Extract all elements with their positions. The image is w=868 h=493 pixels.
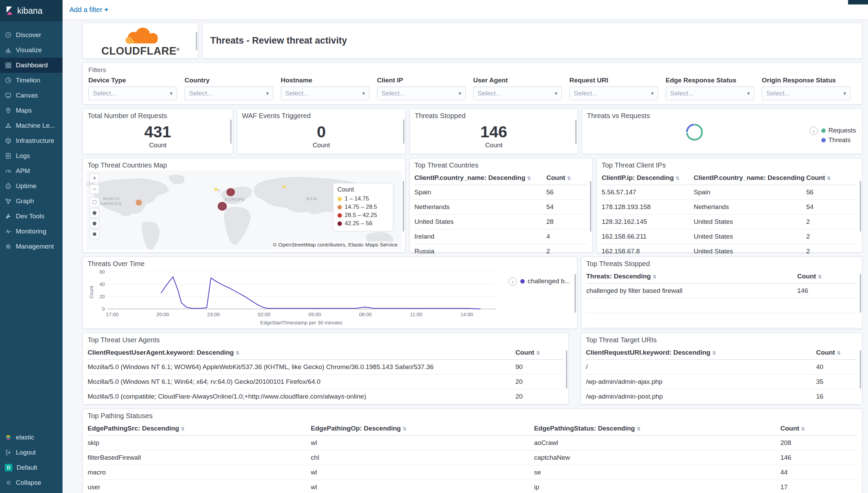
sidebar-item-machine-le[interactable]: Machine Le... bbox=[0, 118, 63, 133]
chart-legend: › Requests Threats bbox=[810, 127, 856, 144]
column-header[interactable]: ClientRequestURI.keyword: Descending⇅ bbox=[586, 346, 816, 360]
column-header[interactable]: EdgePathingSrc: Descending⇅ bbox=[88, 422, 311, 436]
cell: wl bbox=[311, 480, 534, 493]
cell: chl bbox=[311, 450, 534, 465]
table-row: Ireland4 bbox=[414, 229, 588, 244]
cell: 16 bbox=[816, 389, 857, 404]
column-header[interactable]: ClientIP.country_name: Descending⇅ bbox=[414, 171, 546, 185]
device-type-select[interactable]: Select...▾ bbox=[88, 87, 177, 100]
client-ip-select[interactable]: Select...▾ bbox=[377, 87, 466, 100]
table-header-row: ClientIP.ip: Descending⇅ClientIP.country… bbox=[602, 171, 857, 185]
sidebar-item-label: Graph bbox=[16, 197, 34, 205]
sidebar-item-infrastructure[interactable]: Infrastructure bbox=[0, 133, 63, 148]
column-header[interactable]: Count⇅ bbox=[515, 346, 564, 360]
panel-scrollbar[interactable] bbox=[566, 350, 567, 389]
country-select[interactable]: Select...▾ bbox=[185, 87, 273, 100]
map-attribution[interactable]: © OpenStreetMap contributors, Elastic Ma… bbox=[271, 241, 399, 248]
sidebar-item-maps[interactable]: Maps bbox=[0, 103, 63, 118]
sidebar-item-timelion[interactable]: Timelion bbox=[0, 73, 63, 88]
draw-rect-tool-icon[interactable] bbox=[90, 229, 99, 239]
table-row: Mozilla/5.0 (compatible; MSIE 9.0; Windo… bbox=[88, 404, 564, 405]
add-filter-button[interactable]: Add a filter + bbox=[69, 6, 108, 14]
sort-icon: ⇅ bbox=[801, 426, 805, 432]
panel-scrollbar[interactable] bbox=[403, 181, 404, 232]
sidebar-item-management[interactable]: Management bbox=[0, 239, 63, 254]
sidebar-item-uptime[interactable]: Uptime bbox=[0, 179, 63, 194]
panel-scrollbar[interactable] bbox=[196, 32, 197, 51]
sidebar-item-collapse[interactable]: Collapse bbox=[0, 475, 63, 490]
table-row: United States28 bbox=[414, 215, 588, 229]
map-legend: Count 1 – 14.7514.75 – 28.528.5 – 42.254… bbox=[333, 183, 393, 231]
cell: 54 bbox=[806, 200, 857, 215]
panel-title: Top Threat Countries bbox=[410, 158, 592, 171]
sidebar-item-apm[interactable]: APM bbox=[0, 163, 63, 179]
sidebar-item-dashboard[interactable]: Dashboard bbox=[0, 58, 63, 73]
map-bubble[interactable] bbox=[283, 185, 286, 188]
hostname-select[interactable]: Select...▾ bbox=[281, 87, 369, 100]
column-header[interactable]: Count⇅ bbox=[806, 171, 857, 185]
svg-text:08:00: 08:00 bbox=[359, 312, 372, 317]
panel-scrollbar[interactable] bbox=[575, 119, 577, 144]
panel-scrollbar[interactable] bbox=[860, 350, 861, 389]
column-header[interactable]: Count⇅ bbox=[780, 422, 857, 436]
sidebar-item-discover[interactable]: Discover bbox=[0, 27, 63, 43]
svg-text:17:00: 17:00 bbox=[106, 312, 119, 317]
map-bubble[interactable] bbox=[227, 188, 234, 196]
request-uri-select[interactable]: Select...▾ bbox=[569, 87, 658, 100]
infrastructure-icon bbox=[5, 137, 12, 144]
panel-scrollbar[interactable] bbox=[230, 119, 232, 144]
edge-response-status-select[interactable]: Select...▾ bbox=[666, 87, 754, 100]
column-header[interactable]: ClientIP.country_name: Descending⇅ bbox=[694, 171, 806, 185]
legend-item-threats[interactable]: Threats bbox=[821, 136, 856, 144]
panel-scrollbar[interactable] bbox=[590, 181, 591, 232]
sidebar-item-elastic[interactable]: elastic bbox=[0, 430, 63, 445]
map-bubble[interactable] bbox=[136, 200, 142, 205]
map-legend-item: 1 – 14.75 bbox=[337, 195, 389, 202]
column-header[interactable]: Count⇅ bbox=[816, 346, 857, 360]
draw-polygon-tool-icon[interactable] bbox=[90, 208, 99, 218]
sidebar-item-monitoring[interactable]: Monitoring bbox=[0, 224, 63, 239]
panel-scrollbar[interactable] bbox=[860, 181, 861, 232]
zoom-out-button[interactable]: − bbox=[90, 184, 99, 194]
cell: 90 bbox=[515, 360, 564, 375]
threats-vs-requests-panel: Threats vs Requests › Requests Threats bbox=[582, 108, 863, 154]
sidebar-item-default[interactable]: DDefault bbox=[0, 460, 63, 475]
chevron-down-icon: ▾ bbox=[555, 90, 557, 96]
column-header[interactable]: EdgePathingStatus: Descending⇅ bbox=[534, 422, 780, 436]
legend-toggle-icon[interactable]: › bbox=[509, 277, 517, 286]
draw-circle-tool-icon[interactable] bbox=[90, 219, 99, 228]
sidebar-item-visualize[interactable]: Visualize bbox=[0, 43, 63, 58]
panel-scrollbar[interactable] bbox=[860, 274, 861, 313]
draw-bounds-tool-icon[interactable] bbox=[90, 197, 99, 207]
sidebar-item-graph[interactable]: Graph bbox=[0, 194, 63, 209]
map-bubble[interactable] bbox=[214, 188, 217, 191]
user-agent-select[interactable]: Select...▾ bbox=[473, 87, 562, 100]
panel-scrollbar[interactable] bbox=[403, 119, 404, 144]
column-header[interactable]: ClientRequestUserAgent.keyword: Descendi… bbox=[88, 346, 515, 360]
column-header[interactable]: Count⇅ bbox=[546, 171, 588, 185]
map-bubble[interactable] bbox=[218, 202, 226, 210]
sort-icon: ⇅ bbox=[527, 175, 531, 181]
column-header[interactable]: ClientIP.ip: Descending⇅ bbox=[602, 171, 694, 185]
column-header[interactable]: EdgePathingOp: Descending⇅ bbox=[311, 422, 534, 436]
legend-item-challenged[interactable]: challenged b... bbox=[520, 277, 570, 285]
svg-text:02:00: 02:00 bbox=[258, 312, 270, 317]
sidebar-item-dev-tools[interactable]: Dev Tools bbox=[0, 209, 63, 224]
column-header[interactable]: Threats: Descending⇅ bbox=[586, 270, 797, 284]
panel-scrollbar[interactable] bbox=[575, 274, 576, 313]
column-header[interactable]: Count⇅ bbox=[797, 270, 857, 284]
management-icon bbox=[5, 243, 12, 250]
origin-response-status-select[interactable]: Select...▾ bbox=[762, 87, 850, 100]
metric-unit: Count bbox=[313, 141, 330, 149]
zoom-in-button[interactable]: + bbox=[90, 173, 99, 183]
sidebar-item-canvas[interactable]: Canvas bbox=[0, 88, 63, 103]
discover-icon bbox=[5, 32, 12, 38]
legend-toggle-icon[interactable]: › bbox=[810, 127, 818, 135]
legend-item-requests[interactable]: Requests bbox=[821, 127, 856, 134]
chart-legend: › challenged b... bbox=[509, 277, 570, 286]
world-map[interactable]: NORTH AMERICA EUROPE ASIA + − bbox=[86, 171, 402, 250]
cell: captchaNew bbox=[534, 450, 780, 465]
sidebar-item-logs[interactable]: Logs bbox=[0, 148, 63, 163]
sidebar-item-logout[interactable]: Logout bbox=[0, 445, 63, 460]
kibana-brand[interactable]: kibana bbox=[0, 0, 63, 21]
